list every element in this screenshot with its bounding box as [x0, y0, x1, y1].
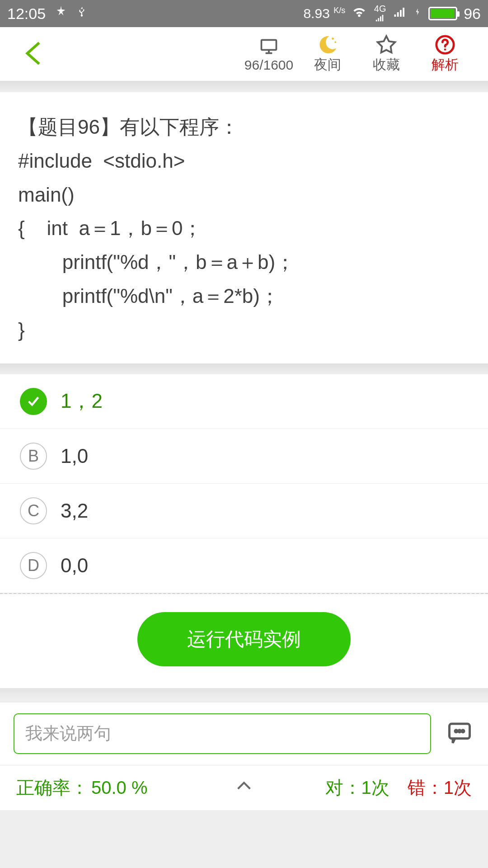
battery-percent: 96 [464, 5, 481, 23]
accuracy-label: 正确率： [16, 775, 89, 800]
svg-point-2 [334, 41, 336, 43]
correct-count: 对：1次 [325, 775, 389, 800]
night-mode-button[interactable]: 夜间 [298, 34, 357, 74]
app-toolbar: 96/1600 夜间 收藏 解析 [0, 27, 488, 81]
option-text: 3,2 [61, 500, 88, 522]
svg-point-7 [459, 730, 461, 732]
comment-input[interactable]: 我来说两句 [14, 713, 431, 754]
svg-point-1 [332, 38, 334, 40]
option-text: 0,0 [61, 554, 88, 577]
option-letter: C [20, 497, 47, 524]
progress-text: 96/1600 [244, 57, 293, 73]
run-section: 运行代码实例 [0, 594, 488, 688]
battery-icon [428, 7, 457, 20]
svg-point-4 [444, 48, 446, 51]
comment-placeholder: 我来说两句 [25, 722, 111, 745]
option-a[interactable]: 1，2 [0, 374, 488, 429]
comments-icon[interactable] [445, 719, 474, 748]
chevron-up-icon[interactable] [230, 777, 258, 799]
help-icon [435, 34, 455, 56]
usb-icon [76, 4, 88, 23]
analysis-label: 解析 [432, 56, 459, 74]
stats-bar[interactable]: 正确率： 50.0 % 对：1次 错：1次 [0, 765, 488, 810]
monitor-icon [258, 36, 280, 57]
signal-icon [393, 5, 407, 23]
svg-rect-0 [262, 40, 277, 50]
option-letter: D [20, 552, 47, 579]
star-icon [376, 34, 397, 56]
question-text: 【题目96】有以下程序： #include <stdio.h> main() {… [0, 92, 488, 363]
option-text: 1,0 [61, 445, 88, 467]
options-list: 1，2B1,0C3,2D0,0 [0, 374, 488, 593]
android-status-bar: 12:05 8.93 K/s 4G 96 [0, 0, 488, 27]
svg-point-6 [455, 730, 457, 732]
accuracy-value: 50.0 % [91, 778, 148, 798]
option-letter [20, 388, 47, 415]
option-d[interactable]: D0,0 [0, 538, 488, 593]
night-label: 夜间 [314, 56, 341, 74]
divider [0, 363, 488, 374]
status-time: 12:05 [7, 5, 46, 23]
progress-indicator[interactable]: 96/1600 [239, 36, 298, 73]
wifi-icon [352, 4, 367, 23]
favorite-label: 收藏 [373, 56, 400, 74]
divider [0, 688, 488, 701]
run-code-button[interactable]: 运行代码实例 [137, 612, 351, 666]
option-b[interactable]: B1,0 [0, 429, 488, 484]
option-c[interactable]: C3,2 [0, 484, 488, 538]
wrong-count: 错：1次 [408, 775, 472, 800]
favorite-button[interactable]: 收藏 [357, 34, 416, 74]
option-text: 1，2 [61, 388, 103, 415]
analysis-button[interactable]: 解析 [416, 34, 474, 74]
signal-4g-icon: 4G [373, 4, 387, 23]
back-button[interactable] [18, 38, 50, 71]
comment-bar: 我来说两句 [0, 703, 488, 765]
share-icon [54, 5, 68, 23]
charging-icon [413, 4, 422, 23]
moon-icon [317, 34, 338, 56]
network-speed: 8.93 K/s [303, 6, 345, 21]
svg-point-8 [462, 730, 464, 732]
divider [0, 81, 488, 92]
option-letter: B [20, 443, 47, 470]
